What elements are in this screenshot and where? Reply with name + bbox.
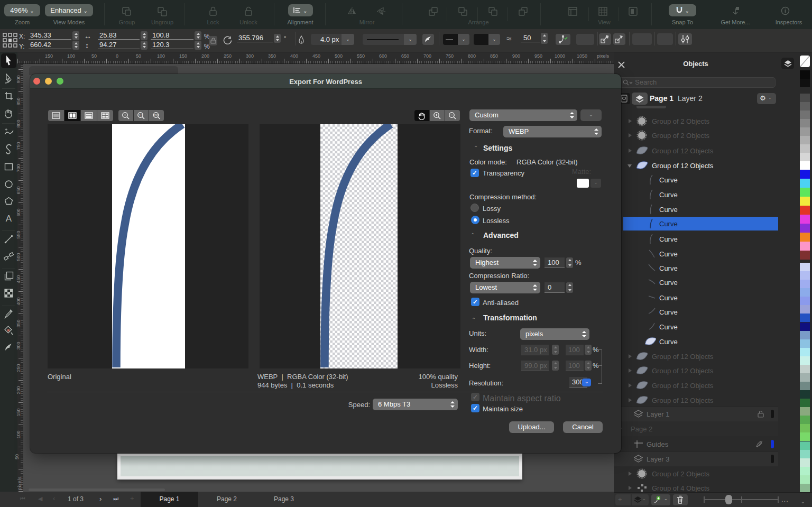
svg-text:100: 100 bbox=[154, 114, 158, 117]
svg-text:1:1: 1:1 bbox=[139, 114, 143, 117]
